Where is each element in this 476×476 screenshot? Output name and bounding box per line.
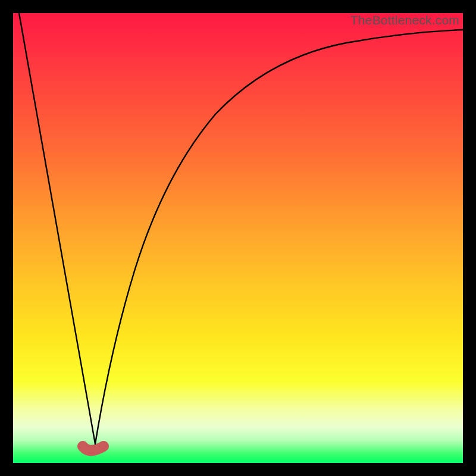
curve-left-branch [19, 13, 95, 444]
site-watermark: TheBottleneck.com [350, 13, 459, 27]
bottleneck-curve [13, 13, 463, 463]
chart-plot-area: TheBottleneck.com [13, 13, 463, 463]
curve-right-branch [95, 30, 463, 444]
